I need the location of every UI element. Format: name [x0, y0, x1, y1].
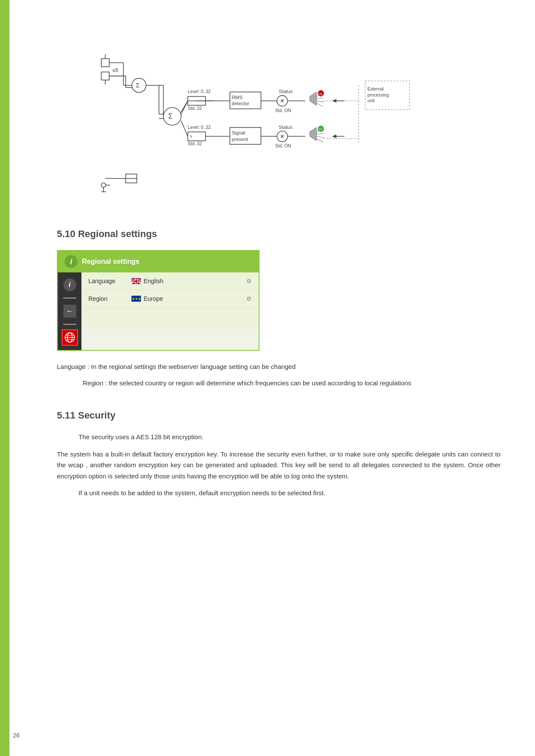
svg-text:★★★: ★★★: [132, 297, 141, 301]
svg-text:Status: Status: [278, 125, 292, 130]
page-number: 26: [13, 732, 20, 739]
section-510-title: Regional settings: [78, 228, 157, 239]
eu-flag-icon: ★★★: [131, 296, 141, 302]
section-510-number: 5.10: [57, 228, 75, 239]
svg-text:detector: detector: [232, 101, 249, 106]
info-icon: i: [65, 255, 78, 268]
region-value: ★★★ Europe: [131, 295, 246, 302]
svg-text:Std. ON: Std. ON: [275, 144, 291, 148]
svg-text:Level: 0..32: Level: 0..32: [188, 89, 211, 94]
rs-header: i Regional settings: [58, 251, 259, 272]
diagram-svg: ≤6 Σ Σ Level:: [57, 26, 501, 207]
uk-flag-icon: [131, 278, 141, 284]
rs-body: i ←: [58, 272, 259, 350]
svg-text:s: s: [190, 134, 192, 138]
desc-region: Region : the selected country or region …: [83, 378, 501, 388]
rs-sidebar-globe[interactable]: [62, 329, 78, 346]
language-text: English: [144, 278, 163, 284]
region-text: Europe: [144, 295, 163, 302]
rs-sidebar-divider-2: [63, 324, 76, 325]
security-para-1: The security uses a AES 128 bit encrypti…: [78, 431, 501, 443]
svg-text:Std..32: Std..32: [188, 106, 202, 111]
language-row: Language: [81, 272, 259, 290]
section-510: 5.10 Regional settings i Regional settin…: [57, 228, 501, 388]
svg-text:processing: processing: [367, 93, 389, 97]
svg-text:Σ: Σ: [136, 82, 140, 89]
rs-sidebar: i ←: [58, 272, 81, 350]
rs-title: Regional settings: [82, 258, 139, 266]
security-para-3: If a unit needs to be added to the syste…: [78, 487, 501, 499]
svg-text:present: present: [232, 137, 248, 142]
svg-text:SP: SP: [319, 128, 323, 131]
left-bar: [0, 0, 9, 756]
section-511: 5.11 Security The security uses a AES 12…: [57, 410, 501, 499]
diagram-container: ≤6 Σ Σ Level:: [57, 26, 501, 207]
language-gear-icon[interactable]: ⚙: [246, 278, 252, 284]
section-511-heading: 5.11 Security: [57, 410, 501, 423]
region-label: Region: [88, 295, 131, 302]
rs-sidebar-divider: [63, 297, 76, 299]
svg-text:RMS: RMS: [232, 95, 243, 100]
security-para-2: The system has a built-in default factor…: [57, 449, 501, 482]
rs-main-content: Language: [81, 272, 259, 350]
language-label: Language: [88, 278, 131, 284]
language-value: English: [131, 278, 246, 284]
svg-text:Σ: Σ: [168, 112, 172, 120]
section-511-number: 5.11: [57, 410, 75, 421]
svg-text:Std..32: Std..32: [188, 141, 202, 146]
rs-sidebar-info[interactable]: i: [62, 277, 78, 293]
globe-icon: [62, 329, 78, 346]
region-gear-icon[interactable]: ⚙: [246, 295, 252, 302]
svg-text:unit: unit: [367, 98, 375, 103]
svg-rect-101: [131, 281, 141, 282]
svg-text:Signal: Signal: [232, 130, 245, 135]
back-icon: ←: [63, 305, 76, 318]
section-510-heading: 5.10 Regional settings: [57, 228, 501, 241]
svg-text:≤6: ≤6: [113, 67, 119, 73]
svg-text:Level: 0..32: Level: 0..32: [188, 125, 211, 130]
svg-text:External: External: [367, 87, 384, 91]
region-row: Region ★★★ Europe ⚙: [81, 290, 259, 308]
rs-sidebar-back[interactable]: ←: [62, 303, 78, 319]
svg-text:Status: Status: [278, 89, 292, 94]
section-511-title: Security: [78, 410, 116, 421]
rs-empty-space: [81, 308, 259, 329]
svg-text:Std. ON: Std. ON: [275, 108, 291, 113]
regional-settings-ui: i Regional settings i ←: [57, 250, 260, 351]
desc-language: Language : In the regional settings the …: [57, 362, 501, 372]
sidebar-info-icon: i: [63, 278, 76, 291]
